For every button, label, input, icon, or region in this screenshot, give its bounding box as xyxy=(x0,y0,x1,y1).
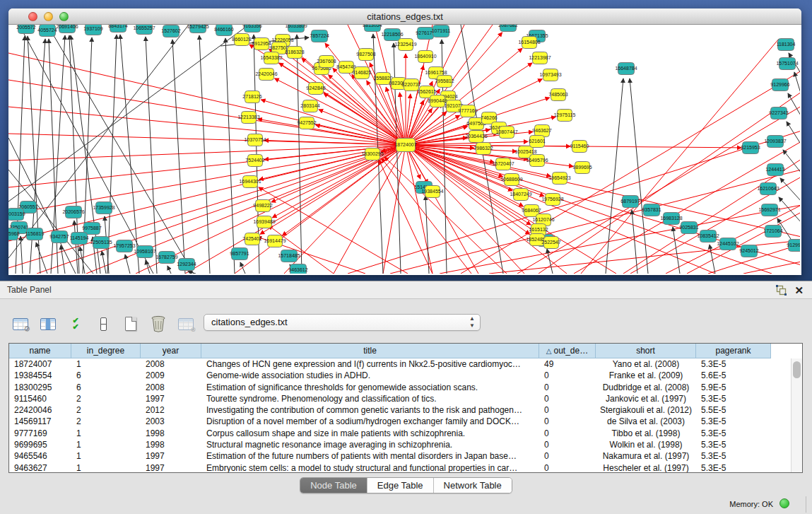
network-node[interactable]: 8215953 xyxy=(741,142,760,154)
network-node[interactable]: 9163356 xyxy=(242,25,261,33)
network-node[interactable]: 1071911 xyxy=(432,25,451,37)
selected-network-node[interactable]: 12213987 xyxy=(529,52,551,64)
network-node[interactable]: 16210643 xyxy=(757,183,779,195)
selected-network-node[interactable]: 12213383 xyxy=(237,112,259,124)
network-node[interactable]: 1156819 xyxy=(25,228,45,240)
column-header-title[interactable]: title xyxy=(201,344,539,358)
network-node[interactable]: 9357831 xyxy=(642,204,661,216)
table-row[interactable]: 977716911998Corpus callosum shape and si… xyxy=(9,428,791,439)
network-node[interactable]: 1145194 xyxy=(70,233,89,245)
network-node[interactable]: 9025831 xyxy=(679,222,698,234)
float-panel-icon[interactable] xyxy=(776,285,787,296)
network-node[interactable]: 1721064 xyxy=(763,226,782,238)
selected-network-node[interactable]: 8186328 xyxy=(285,47,304,59)
selected-network-node[interactable]: 16939489 xyxy=(253,216,275,228)
selected-network-node[interactable]: 19756928 xyxy=(541,194,563,206)
network-node[interactable]: 17359928 xyxy=(93,202,114,214)
network-node[interactable]: 7857224 xyxy=(310,30,329,42)
selected-network-node[interactable]: 2718126 xyxy=(242,91,261,103)
selected-network-node[interactable]: 621601 xyxy=(529,136,545,148)
selected-network-node[interactable]: 15720407 xyxy=(492,158,514,170)
table-row[interactable]: 969969511998Structural magnetic resonanc… xyxy=(9,439,791,450)
selected-network-node[interactable]: 20364436 xyxy=(465,131,487,143)
network-node[interactable]: 16033809 xyxy=(285,25,307,33)
network-node[interactable]: 9342757 xyxy=(49,231,69,243)
network-node[interactable]: 9227343 xyxy=(769,107,788,119)
selected-network-node[interactable]: 9899695 xyxy=(572,162,592,174)
network-node[interactable]: 12093837 xyxy=(764,136,786,148)
selected-network-node[interactable]: 18640910 xyxy=(414,51,436,63)
column-header-in-degree[interactable]: in_degree xyxy=(71,344,141,358)
network-node[interactable]: 10958107 xyxy=(134,246,155,258)
tab-network-table[interactable]: Network Table xyxy=(434,478,512,493)
selected-network-node[interactable]: 7425402 xyxy=(242,233,261,245)
table-row[interactable]: 911546021997Tourette syndrome. Phenomeno… xyxy=(9,393,791,404)
network-node[interactable]: 10835412 xyxy=(697,230,719,243)
selected-network-node[interactable]: 16944301 xyxy=(239,176,261,188)
selected-network-node[interactable]: 9777169 xyxy=(458,105,477,117)
selected-network-node[interactable]: 8912954 xyxy=(252,38,271,50)
network-node[interactable]: 1527602 xyxy=(161,25,180,37)
table-row[interactable]: 946554611997Estimation of the future num… xyxy=(9,450,791,462)
selected-network-node[interactable]: 18724007 xyxy=(394,139,416,152)
selected-network-node[interactable]: 10370754 xyxy=(244,134,266,146)
network-node[interactable]: 9129966 xyxy=(770,79,789,91)
network-node[interactable]: 17957253 xyxy=(113,240,135,252)
network-node[interactable]: 4055724 xyxy=(37,25,57,37)
selected-network-node[interactable]: 2522547 xyxy=(541,237,560,249)
selected-network-node[interactable]: 9146821 xyxy=(352,67,371,79)
table-vertical-scrollbar[interactable] xyxy=(791,358,802,472)
selected-network-node[interactable]: 12975115 xyxy=(554,110,576,122)
table-row[interactable]: 946362711997Embryonic stem cells: a mode… xyxy=(9,462,791,472)
network-node[interactable]: 20206576 xyxy=(62,206,84,218)
network-node[interactable]: 15279425 xyxy=(187,25,208,33)
table-row[interactable]: 1938455462009Genome-wide association stu… xyxy=(9,370,791,381)
table-row[interactable]: 2242004622012Investigating the contribut… xyxy=(9,404,791,416)
selected-network-node[interactable]: 10688609 xyxy=(500,174,522,186)
tab-node-table[interactable]: Node Table xyxy=(300,478,367,493)
table-options-icon[interactable]: ⚙ xyxy=(10,314,31,334)
selected-network-node[interactable]: 8660128 xyxy=(232,34,251,46)
column-header-name[interactable]: name xyxy=(9,344,71,358)
column-header-year[interactable]: year xyxy=(141,344,201,358)
network-node[interactable]: 15718485 xyxy=(278,250,300,262)
network-node[interactable]: 16648784 xyxy=(615,63,637,75)
citation-network-graph[interactable]: 2005572405572420691406193710988431741065… xyxy=(8,25,800,274)
selected-network-node[interactable]: 7485063 xyxy=(548,89,567,101)
column-header-short[interactable]: short xyxy=(596,344,696,358)
selected-network-node[interactable]: 9242848 xyxy=(306,83,325,95)
network-node[interactable]: 8813054 xyxy=(363,25,382,32)
selected-network-node[interactable]: 2803144 xyxy=(300,100,319,112)
network-node[interactable]: 10655257 xyxy=(133,25,155,35)
network-node[interactable]: 1181304 xyxy=(777,39,796,51)
network-node[interactable]: 12445102 xyxy=(717,238,739,250)
network-node[interactable]: 1003159 xyxy=(8,209,25,221)
selected-network-node[interactable]: 10973493 xyxy=(539,69,561,81)
network-node[interactable]: 1244413 xyxy=(765,164,784,176)
network-node[interactable]: 1937109 xyxy=(83,25,102,35)
network-window-titlebar[interactable]: citations_edges.txt xyxy=(8,8,801,25)
table-select-dropdown[interactable]: citations_edges.txt ▲▼ xyxy=(204,314,481,331)
network-node[interactable]: 20691406 xyxy=(56,25,78,33)
network-node[interactable]: 6879197 xyxy=(620,196,640,208)
network-node[interactable]: 2005572 xyxy=(16,25,35,34)
network-node[interactable]: 15692971 xyxy=(758,204,780,216)
network-node[interactable]: 2087682 xyxy=(498,25,517,32)
selected-network-node[interactable]: 2367608 xyxy=(317,56,336,68)
selected-network-node[interactable]: 7955812 xyxy=(435,76,454,88)
selected-network-node[interactable]: 9498222 xyxy=(253,200,272,212)
selected-network-node[interactable]: 9115460 xyxy=(570,141,589,153)
column-header-pagerank[interactable]: pagerank xyxy=(696,344,771,358)
network-node[interactable]: 12505135 xyxy=(90,237,112,249)
create-column-icon[interactable] xyxy=(120,314,141,334)
network-node[interactable]: 16782759 xyxy=(155,252,177,264)
tab-edge-table[interactable]: Edge Table xyxy=(367,478,434,493)
table-row[interactable]: 1456911722003Disruption of a novel membe… xyxy=(9,416,791,427)
select-columns-icon[interactable]: ✔✔ xyxy=(65,314,86,334)
selected-network-node[interactable]: 9827508 xyxy=(356,49,375,61)
selected-network-node[interactable]: 9463627 xyxy=(532,125,551,137)
network-node[interactable]: 9463612 xyxy=(288,264,307,274)
network-node[interactable]: 1292344 xyxy=(177,259,196,271)
network-node[interactable]: 15751074 xyxy=(776,58,798,70)
column-header-out-degree[interactable]: △out_de… xyxy=(539,344,596,358)
